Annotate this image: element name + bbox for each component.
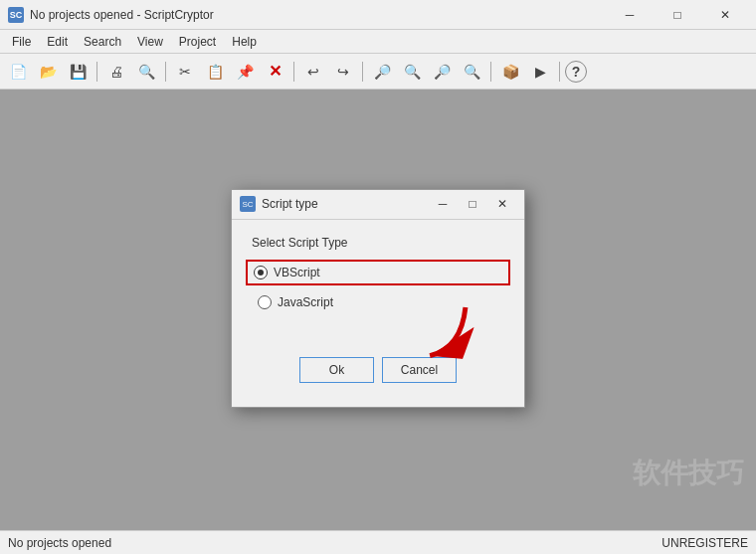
vbscript-option[interactable]: VBScript — [246, 260, 510, 285]
javascript-option[interactable]: JavaScript — [252, 291, 504, 313]
menu-bar: File Edit Search View Project Help — [0, 30, 756, 54]
menu-project[interactable]: Project — [171, 33, 224, 51]
menu-search[interactable]: Search — [76, 33, 129, 51]
status-right: UNREGISTERE — [662, 536, 748, 550]
save-button[interactable]: 💾 — [64, 58, 92, 86]
dialog-button-group: Ok Cancel — [232, 349, 524, 399]
cut-button[interactable]: ✂ — [171, 58, 199, 86]
delete-button[interactable]: ✕ — [261, 58, 288, 86]
dialog-controls: ─ □ ✕ — [429, 192, 516, 216]
javascript-radio[interactable] — [258, 295, 272, 309]
dialog-body: Select Script Type VBScript JavaScript — [232, 220, 524, 349]
cancel-button[interactable]: Cancel — [382, 357, 457, 383]
status-bar: No projects opened UNREGISTERE — [0, 530, 756, 554]
menu-edit[interactable]: Edit — [39, 33, 76, 51]
toolbar-separator-3 — [293, 62, 294, 82]
menu-file[interactable]: File — [4, 33, 39, 51]
run-button[interactable]: ▶ — [526, 58, 554, 86]
print-button[interactable]: 🖨 — [102, 58, 130, 86]
script-type-dialog: SC Script type ─ □ ✕ Select Script Type … — [231, 189, 525, 408]
find-button[interactable]: 🔎 — [368, 58, 396, 86]
main-area: SC Script type ─ □ ✕ Select Script Type … — [0, 90, 756, 530]
ok-button[interactable]: Ok — [299, 357, 374, 383]
dialog-minimize-button[interactable]: ─ — [429, 192, 457, 216]
toolbar-separator-4 — [362, 62, 363, 82]
paste-button[interactable]: 📌 — [231, 58, 259, 86]
dialog-maximize-button[interactable]: □ — [459, 192, 486, 216]
dialog-title: Script type — [262, 197, 429, 211]
search-button[interactable]: 🔍 — [132, 58, 160, 86]
find4-button[interactable]: 🔍 — [458, 58, 485, 86]
toolbar-separator-5 — [490, 62, 491, 82]
minimize-button[interactable]: ─ — [607, 0, 653, 30]
toolbar-separator-1 — [96, 62, 97, 82]
dialog-close-button[interactable]: ✕ — [488, 192, 516, 216]
help-button[interactable]: ? — [565, 61, 587, 83]
menu-help[interactable]: Help — [224, 33, 265, 51]
status-left: No projects opened — [8, 536, 662, 550]
app-icon: SC — [8, 7, 24, 23]
vbscript-radio[interactable] — [254, 266, 268, 279]
redo-button[interactable]: ↪ — [329, 58, 357, 86]
dialog-title-bar: SC Script type ─ □ ✕ — [232, 190, 524, 220]
maximize-button[interactable]: □ — [655, 0, 700, 30]
dialog-icon: SC — [240, 196, 256, 212]
find3-button[interactable]: 🔎 — [428, 58, 456, 86]
title-bar: SC No projects opened - ScriptCryptor ─ … — [0, 0, 756, 30]
window-title: No projects opened - ScriptCryptor — [30, 8, 607, 22]
javascript-label: JavaScript — [278, 295, 333, 309]
script-type-radio-group: VBScript JavaScript — [252, 264, 504, 313]
window-controls: ─ □ ✕ — [607, 0, 748, 30]
dialog-select-label: Select Script Type — [252, 236, 504, 250]
toolbar-separator-2 — [165, 62, 166, 82]
toolbar-separator-6 — [559, 62, 560, 82]
undo-button[interactable]: ↩ — [299, 58, 327, 86]
toolbar: 📄 📂 💾 🖨 🔍 ✂ 📋 📌 ✕ ↩ ↪ 🔎 🔍 🔎 🔍 📦 ▶ ? — [0, 54, 756, 90]
find2-button[interactable]: 🔍 — [398, 58, 426, 86]
vbscript-label: VBScript — [274, 266, 320, 279]
new-button[interactable]: 📄 — [4, 58, 32, 86]
open-button[interactable]: 📂 — [34, 58, 62, 86]
menu-view[interactable]: View — [129, 33, 171, 51]
dialog-overlay: SC Script type ─ □ ✕ Select Script Type … — [0, 90, 756, 506]
close-button[interactable]: ✕ — [702, 0, 748, 30]
compile-button[interactable]: 📦 — [496, 58, 524, 86]
copy-button[interactable]: 📋 — [201, 58, 229, 86]
